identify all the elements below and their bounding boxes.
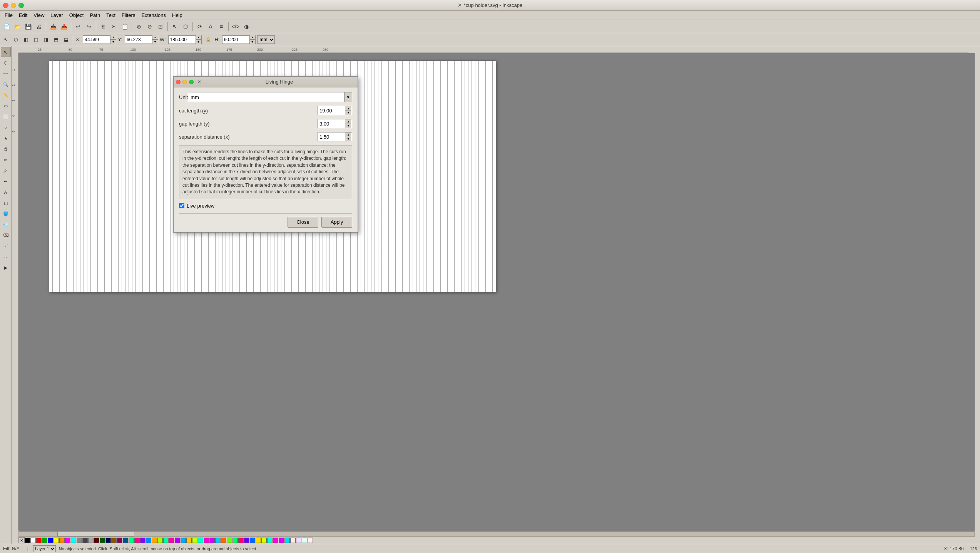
h-scroll-thumb[interactable] [57,532,134,536]
dropper-tool[interactable]: 💉 [1,241,11,251]
separation-up[interactable]: ▲ [345,132,351,137]
xml-editor-button[interactable]: </> [231,22,241,32]
color-swatch[interactable] [146,538,151,543]
color-swatch[interactable] [302,538,307,543]
color-swatch[interactable] [169,538,174,543]
menu-file[interactable]: File [2,12,16,19]
color-swatch[interactable] [256,538,261,543]
menu-object[interactable]: Object [66,12,87,19]
fill-tool[interactable]: 🪣 [1,209,11,219]
x-input-box[interactable]: ▲ ▼ [83,35,116,44]
color-swatch[interactable] [88,538,94,543]
dialog-maximize-button[interactable] [189,80,194,84]
color-swatch[interactable] [123,538,128,543]
menu-text[interactable]: Text [103,12,119,19]
color-swatch[interactable] [232,538,238,543]
y-input-box[interactable]: ▲ ▼ [125,35,158,44]
pen-tool[interactable]: 🖊 [1,166,11,176]
w-input-box[interactable]: ▲ ▼ [168,35,202,44]
menu-extensions[interactable]: Extensions [138,12,169,19]
live-preview-checkbox[interactable] [179,203,184,208]
color-swatch[interactable] [163,538,169,543]
connector-tool[interactable]: ↔ [1,252,11,262]
align-center-btn[interactable]: ◫ [32,35,40,44]
color-swatch[interactable] [36,538,42,543]
cut-length-down[interactable]: ▼ [345,111,351,115]
cut-length-up[interactable]: ▲ [345,106,351,111]
calligraphy-tool[interactable]: ✒ [1,176,11,186]
color-swatch[interactable] [198,538,203,543]
open-button[interactable]: 📂 [12,22,22,32]
3d-box-tool[interactable]: ⬜ [1,112,11,122]
select-arrow-tool[interactable]: ↖ [1,47,11,57]
import-button[interactable]: 📥 [48,22,58,32]
zoom-fit-button[interactable]: ⊡ [156,22,166,32]
color-swatch[interactable] [227,538,232,543]
color-swatch[interactable] [105,538,111,543]
selector-tool-small[interactable]: ↖ [2,35,10,44]
gap-length-input[interactable] [318,121,345,127]
y-spin-down[interactable]: ▼ [152,40,158,44]
color-swatch[interactable] [100,538,105,543]
node-tool-small[interactable]: ⬡ [12,35,20,44]
node-edit-tool[interactable]: ⬡ [1,58,11,68]
color-swatch[interactable] [54,538,59,543]
color-swatch[interactable] [157,538,163,543]
copy-button[interactable]: ⎘ [98,22,108,32]
align-top-btn[interactable]: ⬒ [52,35,60,44]
rect-tool[interactable]: ▭ [1,101,11,111]
color-swatch[interactable] [284,538,290,543]
unit-select[interactable]: mm [257,35,275,44]
color-swatch[interactable] [140,538,145,543]
align-button[interactable]: ≡ [216,22,226,32]
color-swatch[interactable] [279,538,284,543]
color-swatch[interactable] [117,538,122,543]
color-swatch[interactable] [250,538,255,543]
minimize-window-button[interactable] [11,3,16,8]
menu-help[interactable]: Help [169,12,186,19]
separation-down[interactable]: ▼ [345,137,351,141]
close-window-button[interactable] [3,3,8,8]
color-swatch[interactable] [308,538,313,543]
color-swatch[interactable] [134,538,140,543]
color-swatch[interactable] [42,538,47,543]
menu-layer[interactable]: Layer [47,12,66,19]
color-swatch[interactable] [77,538,82,543]
separation-spinbox[interactable]: ▲ ▼ [318,132,352,141]
cut-length-spinbox[interactable]: ▲ ▼ [318,106,352,115]
close-button[interactable]: Close [288,217,318,228]
gradient-tool[interactable]: ◫ [1,198,11,208]
color-swatch[interactable] [175,538,180,543]
unit-dropdown-arrow[interactable]: ▼ [344,92,352,102]
color-swatch[interactable] [129,538,134,543]
apply-button[interactable]: Apply [321,217,352,228]
color-swatch[interactable] [204,538,209,543]
color-swatch[interactable] [273,538,278,543]
zoom-tool[interactable]: 🔍 [1,79,11,89]
select-tool-button[interactable]: ↖ [170,22,180,32]
horizontal-scrollbar[interactable] [18,531,975,537]
color-swatch[interactable] [48,538,53,543]
color-swatch[interactable] [244,538,249,543]
color-swatch[interactable] [261,538,267,543]
unit-input[interactable] [188,94,344,100]
no-color-swatch[interactable]: ✕ [18,537,25,543]
y-spin-up[interactable]: ▲ [152,35,158,40]
node-tool-button[interactable]: ⬡ [181,22,191,32]
color-swatch[interactable] [152,538,157,543]
new-button[interactable]: 📄 [2,22,12,32]
pencil-tool[interactable]: ✏ [1,155,11,165]
h-input[interactable] [222,37,249,42]
color-swatch[interactable] [30,538,36,543]
print-button[interactable]: 🖨 [34,22,44,32]
x-spin-up[interactable]: ▲ [110,35,116,40]
spiral-tool[interactable]: @ [1,144,11,154]
w-spin-up[interactable]: ▲ [196,35,201,40]
maximize-window-button[interactable] [18,3,24,8]
h-spin-down[interactable]: ▼ [250,40,255,44]
color-swatch[interactable] [82,538,88,543]
unit-combo[interactable]: ▼ [188,92,352,102]
cut-length-input[interactable] [318,108,345,114]
color-swatch[interactable] [192,538,197,543]
menu-filters[interactable]: Filters [119,12,138,19]
